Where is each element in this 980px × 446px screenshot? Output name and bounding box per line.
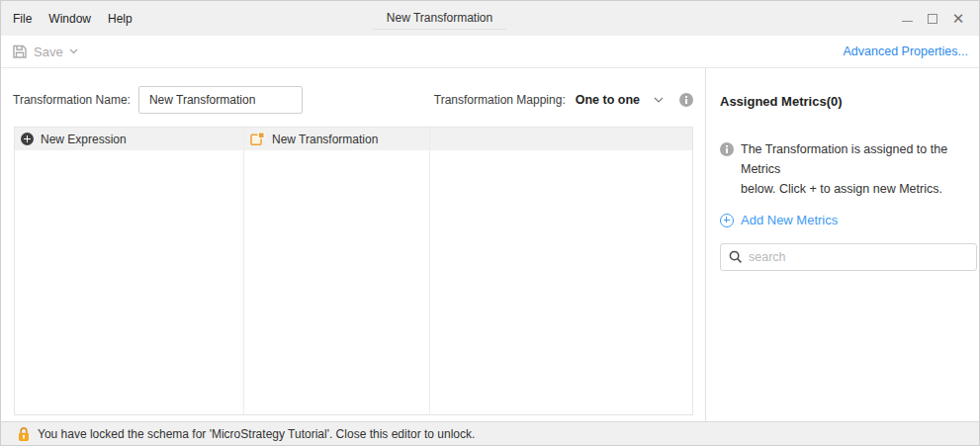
metrics-info-text: The Transformation is assigned to the Me… <box>741 139 977 199</box>
empty-column-body <box>429 150 692 414</box>
maximize-button[interactable] <box>920 1 945 36</box>
window-title: New Transformation <box>373 8 506 30</box>
transformation-mapping-label: Transformation Mapping: <box>434 93 566 107</box>
expression-column-body[interactable] <box>15 150 243 414</box>
column-label: New Transformation <box>272 133 378 146</box>
menu-bar: File Window Help <box>1 10 134 28</box>
mapping-chevron-down-icon[interactable] <box>654 97 664 103</box>
save-chevron-down-icon <box>69 48 78 54</box>
metrics-info-row: The Transformation is assigned to the Me… <box>720 139 977 199</box>
transformation-mapping-group: Transformation Mapping: One to one <box>434 93 693 107</box>
add-new-metrics-link[interactable]: Add New Metrics <box>720 213 838 227</box>
transformation-column-body[interactable] <box>243 150 429 414</box>
transformation-editor-window: File Window Help New Transformation ✕ Sa… <box>0 0 980 446</box>
menu-help[interactable]: Help <box>107 10 134 28</box>
transformation-name-input[interactable] <box>138 86 303 114</box>
window-controls: ✕ <box>894 1 971 36</box>
lock-icon <box>17 426 31 442</box>
metrics-info-line: below. Click + to assign new Metrics. <box>741 179 977 199</box>
maximize-icon <box>928 14 937 24</box>
close-button[interactable]: ✕ <box>945 1 971 36</box>
advanced-properties-link[interactable]: Advanced Properties... <box>844 45 968 58</box>
mapping-dropdown-value[interactable]: One to one <box>576 93 640 107</box>
grid-header: New Expression New Transformation <box>15 128 692 150</box>
transformation-name-label: Transformation Name: <box>13 93 131 107</box>
close-icon: ✕ <box>952 11 965 26</box>
assigned-metrics-heading: Assigned Metrics(0) <box>720 94 977 109</box>
assigned-metrics-panel: Assigned Metrics(0) The Transformation i… <box>705 68 980 421</box>
minimize-icon <box>902 21 913 22</box>
transformation-form-row: Transformation Name: Transformation Mapp… <box>13 86 693 114</box>
info-icon <box>720 142 734 156</box>
column-header-new-expression[interactable]: New Expression <box>15 128 243 150</box>
save-icon <box>12 44 28 59</box>
search-icon <box>729 250 743 264</box>
content: Transformation Name: Transformation Mapp… <box>1 68 979 421</box>
metrics-info-line: The Transformation is assigned to the Me… <box>741 139 977 179</box>
save-button[interactable]: Save <box>12 44 78 59</box>
transformation-icon <box>250 132 265 146</box>
add-new-metrics-label: Add New Metrics <box>741 213 838 227</box>
statusbar-message: You have locked the schema for 'MicroStr… <box>38 427 475 441</box>
toolbar: Save Advanced Properties... <box>1 36 979 68</box>
metrics-search-input[interactable] <box>749 250 968 264</box>
add-circle-icon[interactable] <box>21 133 34 145</box>
menu-window[interactable]: Window <box>47 10 92 28</box>
mapping-info-icon[interactable] <box>679 93 693 107</box>
transformation-grid: New Expression New Transformation <box>14 127 693 415</box>
minimize-button[interactable] <box>894 1 920 36</box>
menu-file[interactable]: File <box>12 10 33 28</box>
statusbar: You have locked the schema for 'MicroStr… <box>1 421 979 445</box>
main-editor: Transformation Name: Transformation Mapp… <box>1 68 705 421</box>
plus-circle-icon <box>720 214 734 227</box>
save-label: Save <box>34 45 63 59</box>
titlebar: File Window Help New Transformation ✕ <box>1 1 979 36</box>
metrics-search-box[interactable] <box>720 243 977 271</box>
column-header-empty <box>429 128 692 150</box>
column-header-new-transformation[interactable]: New Transformation <box>243 128 429 150</box>
grid-body <box>15 150 692 414</box>
column-label: New Expression <box>41 133 127 146</box>
